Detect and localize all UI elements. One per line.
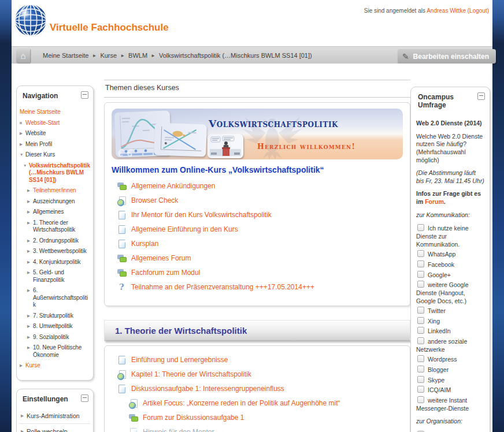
checkbox[interactable] <box>417 317 424 324</box>
nav-item-label[interactable]: 7. Strukturpolitik <box>33 312 73 320</box>
logout-link[interactable]: (Logout) <box>468 8 489 14</box>
user-profile-link[interactable]: Andreas Wittke <box>427 8 466 14</box>
nav-item[interactable]: Website-Start <box>20 120 90 127</box>
tree-expander-icon[interactable] <box>21 412 27 418</box>
nav-item[interactable]: 9. Sozialpolitik <box>27 334 90 341</box>
nav-item-label[interactable]: Dieser Kurs <box>25 151 55 159</box>
tree-expander-icon[interactable] <box>23 162 29 168</box>
resource-row[interactable]: Kapitel 1: Theorie der Wirtschaftspoliti… <box>117 370 404 379</box>
nav-item[interactable]: 8. Umweltpolitik <box>27 323 90 330</box>
tree-expander-icon[interactable] <box>27 287 33 293</box>
checkbox[interactable] <box>417 386 424 393</box>
tree-expander-icon[interactable] <box>20 151 25 157</box>
resource-link[interactable]: Hinweis für den Mentor <box>143 428 214 432</box>
resource-row[interactable]: Fachforum zum Modul <box>117 269 404 278</box>
checkbox[interactable] <box>417 307 424 314</box>
resource-link[interactable]: Allgemeine Einführung in den Kurs <box>131 225 238 234</box>
nav-item[interactable]: 1. Theorie der Wirtschaftspolitik <box>27 219 90 234</box>
home-button[interactable]: ⌂ <box>16 49 30 63</box>
nav-item-label[interactable]: Meine Startseite <box>20 109 61 116</box>
nav-item[interactable]: 2. Ordnungspolitik <box>27 237 90 245</box>
resource-row[interactable]: Forum zur Diskussionsaufgabe 1 <box>129 414 404 423</box>
resource-row[interactable]: Teilnahme an der Präsenzveranstaltung ++… <box>117 283 404 292</box>
nav-item[interactable]: Mein Profil <box>20 141 90 148</box>
breadcrumb-item[interactable]: Volkswirtschaftspolitik (…Mischkurs BWLM… <box>159 52 312 59</box>
settings-item[interactable]: Rolle wechseln... <box>20 424 90 432</box>
nav-item-label[interactable]: Mein Profil <box>25 141 52 148</box>
resource-row[interactable]: Diskussionsaufgabe 1: Interessengruppene… <box>117 385 404 394</box>
collapse-block-icon[interactable] <box>81 91 88 99</box>
nav-item-label[interactable]: Allgemeines <box>33 208 64 216</box>
edit-mode-button[interactable]: ✎ Bearbeiten einschalten <box>398 49 496 64</box>
nav-item[interactable]: 4. Konjunkturpolitik <box>27 259 90 266</box>
resource-link[interactable]: Fachforum zum Modul <box>131 269 200 278</box>
checkbox[interactable] <box>417 376 424 383</box>
checkbox[interactable] <box>417 355 424 362</box>
tree-expander-icon[interactable] <box>20 130 25 136</box>
settings-item-label[interactable]: Rolle wechseln... <box>27 428 72 432</box>
settings-item[interactable]: Kurs-Administration <box>20 408 90 424</box>
nav-item-label[interactable]: 4. Konjunkturpolitik <box>33 259 81 266</box>
resource-row[interactable]: Hinweis für den Mentor <box>129 428 404 432</box>
resource-link[interactable]: Browser Check <box>131 196 178 206</box>
tree-expander-icon[interactable] <box>27 208 33 214</box>
checkbox[interactable] <box>417 224 424 231</box>
resource-link[interactable]: Diskussionsaufgabe 1: Interessengruppene… <box>131 385 284 394</box>
breadcrumb-item[interactable]: BWLM <box>128 52 147 59</box>
resource-link[interactable]: Kapitel 1: Theorie der Wirtschaftspoliti… <box>131 370 251 379</box>
resource-link[interactable]: Forum zur Diskussionsaufgabe 1 <box>143 414 244 423</box>
forum-link[interactable]: Forum <box>425 198 444 205</box>
tree-expander-icon[interactable] <box>27 259 33 265</box>
nav-item-label[interactable]: Website-Start <box>25 120 60 127</box>
nav-item-label[interactable]: 8. Umweltpolitik <box>33 323 72 330</box>
tree-expander-icon[interactable] <box>27 219 33 225</box>
collapse-block-icon[interactable] <box>477 92 485 100</box>
resource-link[interactable]: Allgemeine Ankündigungen <box>131 182 215 191</box>
nav-item[interactable]: Auszeichnungen <box>27 198 90 206</box>
nav-item[interactable]: Volkswirtschaftspolitik (…Mischkurs BWLM… <box>23 162 90 184</box>
resource-row[interactable]: Allgemeines Forum <box>117 254 404 263</box>
breadcrumb-item[interactable]: Meine Startseite <box>43 52 88 59</box>
tree-expander-icon[interactable] <box>27 187 33 193</box>
resource-link[interactable]: Teilnahme an der Präsenzveranstaltung ++… <box>131 283 314 292</box>
nav-item[interactable]: Kurse <box>20 362 90 370</box>
resource-row[interactable]: Allgemeine Einführung in den Kurs <box>117 225 404 234</box>
breadcrumb-item[interactable]: Kurse <box>100 52 117 59</box>
resource-row[interactable]: Artikel Focus: „Konzerne reden in der Po… <box>129 399 404 408</box>
checkbox[interactable] <box>417 281 424 288</box>
nav-item[interactable]: Website <box>20 130 90 137</box>
nav-item[interactable]: 5. Geld- und Finanzpolitik <box>27 269 90 284</box>
checkbox[interactable] <box>417 366 424 373</box>
site-title[interactable]: Virtuelle Fachhochschule <box>50 22 169 33</box>
nav-item-label[interactable]: 6. Außenwirtschaftspolitik <box>33 287 90 309</box>
resource-row[interactable]: Browser Check <box>117 196 404 206</box>
nav-item-label[interactable]: Teilnehmer/innen <box>33 187 76 195</box>
resource-link[interactable]: Einführung und Lernergebnisse <box>131 356 228 365</box>
tree-expander-icon[interactable] <box>21 428 27 432</box>
checkbox[interactable] <box>417 337 424 344</box>
nav-item-label[interactable]: 2. Ordnungspolitik <box>33 237 79 245</box>
resource-row[interactable]: Einführung und Lernergebnisse <box>117 356 404 365</box>
resource-link[interactable]: Ihr Mentor für den Kurs Volkswirtschafts… <box>131 211 272 220</box>
tree-expander-icon[interactable] <box>20 141 25 147</box>
checkbox[interactable] <box>417 327 424 334</box>
nav-item-label[interactable]: Auszeichnungen <box>33 198 75 206</box>
tree-expander-icon[interactable] <box>27 312 33 318</box>
nav-item[interactable]: Allgemeines <box>27 208 90 216</box>
nav-item-label[interactable]: 10. Neue Politische Ökonomie <box>33 344 90 359</box>
nav-item-label[interactable]: 9. Sozialpolitik <box>33 334 69 341</box>
resource-row[interactable]: Kursplan <box>117 240 404 249</box>
nav-item[interactable]: Teilnehmer/innen <box>27 187 90 195</box>
tree-expander-icon[interactable] <box>27 323 33 329</box>
nav-item-label[interactable]: Website <box>25 130 46 137</box>
nav-item[interactable]: Dieser Kurs <box>20 151 90 159</box>
site-logo-globe-icon[interactable] <box>14 3 47 37</box>
nav-item-label[interactable]: 3. Wettbewerbspolitik <box>33 248 87 255</box>
tree-expander-icon[interactable] <box>27 344 33 350</box>
checkbox[interactable] <box>417 260 424 267</box>
tree-expander-icon[interactable] <box>27 237 33 243</box>
nav-item-label[interactable]: Volkswirtschaftspolitik (…Mischkurs BWLM… <box>29 162 90 184</box>
nav-item[interactable]: 7. Strukturpolitik <box>27 312 90 320</box>
nav-item[interactable]: 10. Neue Politische Ökonomie <box>27 344 90 359</box>
resource-link[interactable]: Artikel Focus: „Konzerne reden in der Po… <box>143 399 340 408</box>
